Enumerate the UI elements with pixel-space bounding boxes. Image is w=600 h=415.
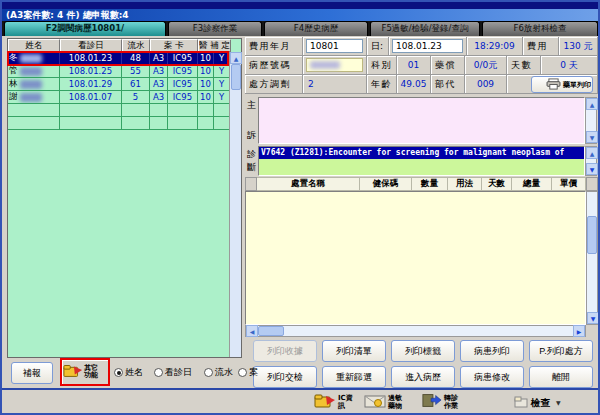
card-code: IC95 [168,78,198,91]
print-patient-button[interactable]: 病患列印 [460,340,524,362]
diagnosis-selected-line[interactable]: V7642 (Z1281):Encounter for screening fo… [259,147,584,159]
scroll-left-icon[interactable]: ◀ [246,325,258,337]
radio-sort-case[interactable]: 案 [238,366,258,379]
radio-sort-visit-date[interactable]: 看診日 [154,366,192,379]
redacted-chart-no [310,61,340,69]
date-label: 日: [367,37,389,56]
orders-body[interactable] [245,191,586,325]
print-list-button[interactable]: 列印清單 [322,340,386,362]
scrollbar-thumb[interactable] [231,64,241,90]
serial-no: 48 [122,52,150,65]
case-type: A3 [150,91,168,104]
scrollbar-thumb[interactable] [258,326,284,336]
complaint-label: 主 訴 [245,97,258,144]
col-visit-date[interactable]: 看診日 [60,39,122,52]
exit-button[interactable]: 離開 [529,366,593,388]
patient-list-scrollbar[interactable]: ▲ [229,52,241,357]
diagnosis-list[interactable]: V7642 (Z1281):Encounter for screening fo… [258,146,585,176]
scroll-down-icon[interactable]: ▼ [586,163,598,175]
col-unit-price[interactable]: 單價 [552,177,586,191]
age-value: 49.05 [397,75,431,94]
med-code: 10 [198,78,214,91]
col-nhi-code[interactable]: 健保碼 [360,177,412,191]
other-functions-button[interactable]: 其它功能 [60,358,110,386]
table-row[interactable]: 冬 108.01.23 48 A3 IC95 10 Y [8,52,241,65]
visit-date: 108.01.25 [60,65,122,78]
parent-window-strip [2,2,598,9]
visit-time: 18:29:09 [467,37,523,56]
diagnosis-scrollbar[interactable]: ▲ ▼ [585,146,597,176]
card-code: IC95 [168,65,198,78]
radio-icon[interactable] [204,368,213,377]
print-receipt-button[interactable]: 列印收據 [253,340,317,362]
fee-ym-input[interactable]: 10801 [306,39,363,53]
col-total[interactable]: 總量 [512,177,552,191]
case-type: A3 [150,78,168,91]
supplement-report-button[interactable]: 補報 [11,362,53,384]
col-procedure-name[interactable]: 處置名稱 [257,177,360,191]
enter-chart-button[interactable]: 進入病歷 [391,366,455,388]
radio-sort-serial[interactable]: 流水 [204,366,233,379]
col-med-flags[interactable]: 醫 補 定 [198,39,231,52]
print-med-list-button[interactable]: 藥單列印 [531,76,593,93]
scroll-up-icon[interactable]: ▲ [586,98,598,110]
radio-sort-name[interactable]: 姓名 [114,366,143,379]
table-row[interactable]: 林 108.01.29 61 A3 IC95 10 Y [8,78,241,91]
flag: Y [214,78,230,91]
days-value: 0 天 [541,56,598,75]
visit-date-input[interactable]: 108.01.23 [392,39,463,53]
tab-f4-history[interactable]: F4歷史病歷 [264,21,368,36]
col-serial[interactable]: 流水 [122,39,150,52]
drug-copay-label: 藥償 [431,56,465,75]
redacted-name [20,93,42,102]
radio-label: 案 [249,366,258,379]
radio-checked-icon[interactable] [114,368,123,377]
scroll-up-icon[interactable]: ▲ [586,147,598,159]
patient-name: 林 [9,78,18,90]
dropdown-caret-icon[interactable]: ▼ [556,399,561,406]
radio-icon[interactable] [238,368,247,377]
dept-value: 01 [397,56,431,75]
scroll-down-icon[interactable]: ▼ [587,312,599,324]
col-case-card[interactable]: 案 卡 [150,39,198,52]
chart-no-field[interactable] [306,58,363,72]
ic-info-button[interactable]: IC資訊 [314,393,353,412]
allergy-button[interactable]: 過敏藥物 [364,393,403,412]
serial-no: 61 [122,78,150,91]
col-quantity[interactable]: 數量 [412,177,448,191]
complaint-textarea[interactable] [258,97,585,144]
patient-edit-button[interactable]: 病患修改 [460,366,524,388]
orders-vscrollbar[interactable]: ▼ [586,191,598,325]
print-labels-button[interactable]: 列印標籤 [391,340,455,362]
scroll-right-icon[interactable]: ▶ [573,325,585,337]
table-row[interactable]: 管 108.01.25 55 A3 IC95 10 Y [8,65,241,78]
exam-button[interactable]: 檢查 ▼ [514,393,561,412]
col-days[interactable]: 天數 [482,177,512,191]
status-bar: IC資訊 過敏藥物 轉診作業 檢查 ▼ [2,388,598,413]
table-row[interactable]: 謝 108.01.07 5 A3 IC95 10 Y [8,91,241,104]
radio-icon[interactable] [154,368,163,377]
scrollbar-thumb[interactable] [587,216,597,254]
flag: Y [214,65,230,78]
refilter-button[interactable]: 重新篩選 [322,366,386,388]
orders-hscrollbar[interactable]: ◀ ▶ [245,325,586,337]
scroll-down-icon[interactable]: ▼ [586,131,598,143]
folder-arrow-icon [63,363,83,382]
exam-label: 檢查 [531,399,550,407]
print-exchange-button[interactable]: 列印交檢 [253,366,317,388]
col-usage[interactable]: 用法 [448,177,482,191]
radio-label: 姓名 [125,366,143,379]
patient-name: 冬 [9,52,18,64]
scroll-up-icon[interactable]: ▲ [230,52,242,64]
redacted-name [20,67,42,76]
tab-f5-allergy-query[interactable]: F5過敏/檢驗/登錄/查詢 [370,21,480,36]
tab-f3-exam[interactable]: F3診察作業 [168,21,262,36]
complaint-scrollbar[interactable]: ▲ ▼ [585,97,597,144]
complaint-label-top: 主 [247,99,256,112]
referral-button[interactable]: 轉診作業 [422,393,459,412]
col-name[interactable]: 姓名 [8,39,60,52]
tab-f6-radiology[interactable]: F6放射科檢查 [482,21,598,36]
tab-f2-chart-lookup[interactable]: F2調閱病歷10801/ [4,21,166,36]
print-rx-button[interactable]: P.列印處方 [529,340,593,362]
visit-date: 108.01.29 [60,78,122,91]
